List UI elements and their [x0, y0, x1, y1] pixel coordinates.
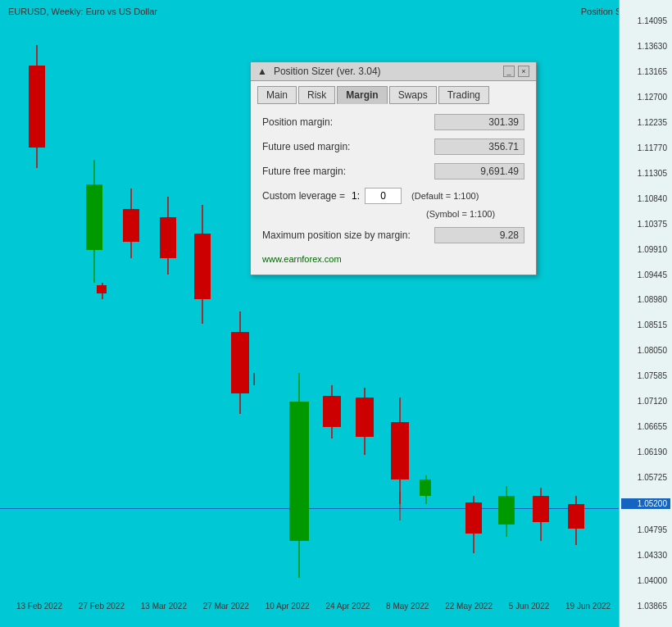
- price-22: 1.04000: [621, 576, 670, 585]
- date-10: 19 Jun 2022: [565, 602, 611, 611]
- tab-trading[interactable]: Trading: [438, 86, 489, 104]
- svg-rect-13: [231, 332, 249, 393]
- svg-rect-3: [86, 184, 102, 250]
- svg-rect-28: [498, 496, 515, 525]
- earnforex-link[interactable]: www.earnforex.com: [262, 253, 524, 265]
- position-margin-row: Position margin: 301.39: [262, 114, 524, 130]
- svg-rect-26: [465, 502, 482, 534]
- price-23: 1.03865: [621, 602, 670, 611]
- svg-rect-30: [533, 496, 549, 522]
- svg-rect-20: [356, 398, 374, 437]
- price-6: 1.11770: [621, 143, 670, 152]
- future-free-margin-row: Future free margin: 9,691.49: [262, 163, 524, 179]
- price-18: 1.06190: [621, 448, 670, 457]
- dialog-title-label: Position Sizer (ver. 3.04): [274, 66, 381, 77]
- svg-rect-24: [420, 479, 431, 496]
- price-16: 1.07120: [621, 397, 670, 406]
- price-21: 1.04330: [621, 551, 670, 560]
- date-1: 13 Feb 2022: [16, 602, 62, 611]
- close-button[interactable]: ×: [518, 66, 529, 77]
- price-12: 1.08980: [621, 295, 670, 304]
- position-margin-value: 301.39: [434, 114, 524, 130]
- future-free-margin-label: Future free margin:: [262, 166, 434, 177]
- dialog-title-text: ▲ Position Sizer (ver. 3.04): [257, 66, 381, 77]
- date-2: 27 Feb 2022: [79, 602, 125, 611]
- position-sizer-dialog: ▲ Position Sizer (ver. 3.04) _ × Main Ri…: [250, 61, 537, 275]
- price-9: 1.10375: [621, 220, 670, 229]
- dialog-titlebar: ▲ Position Sizer (ver. 3.04) _ ×: [251, 62, 536, 81]
- triangle-icon: ▲: [257, 66, 267, 77]
- price-14: 1.08050: [621, 346, 670, 355]
- price-1: 1.14095: [621, 16, 670, 25]
- link-text: www.earnforex.com: [262, 254, 342, 264]
- price-axis: 1.14095 1.13630 1.13165 1.12700 1.12235 …: [619, 0, 672, 627]
- dialog-content: Position margin: 301.39 Future used marg…: [251, 104, 536, 275]
- price-8: 1.10840: [621, 194, 670, 203]
- minimize-button[interactable]: _: [503, 66, 515, 77]
- max-position-value: 9.28: [434, 227, 524, 243]
- date-4: 27 Mar 2022: [203, 602, 249, 611]
- future-used-margin-row: Future used margin: 356.71: [262, 139, 524, 155]
- date-axis: 13 Feb 2022 27 Feb 2022 13 Mar 2022 27 M…: [8, 602, 619, 611]
- price-2: 1.13630: [621, 42, 670, 51]
- custom-leverage-colon: 1:: [352, 190, 360, 202]
- price-7: 1.11305: [621, 169, 670, 178]
- date-3: 13 Mar 2022: [141, 602, 187, 611]
- svg-rect-9: [97, 285, 107, 293]
- default-leverage-note: (Default = 1:100): [411, 191, 479, 201]
- svg-rect-7: [160, 217, 176, 258]
- svg-rect-22: [391, 422, 409, 479]
- future-free-margin-value: 9,691.49: [434, 163, 524, 179]
- dialog-controls: _ ×: [503, 66, 529, 77]
- svg-rect-1: [29, 66, 45, 148]
- tab-swaps[interactable]: Swaps: [389, 86, 437, 104]
- chart-title: EURUSD, Weekly: Euro vs US Dollar: [8, 7, 157, 16]
- custom-leverage-input[interactable]: [365, 188, 402, 204]
- max-position-row: Maximum position size by margin: 9.28: [262, 227, 524, 243]
- price-17: 1.06655: [621, 422, 670, 431]
- svg-rect-32: [568, 504, 584, 529]
- tab-main[interactable]: Main: [257, 86, 297, 104]
- price-3: 1.13165: [621, 67, 670, 76]
- price-11: 1.09445: [621, 270, 670, 279]
- date-6: 24 Apr 2022: [325, 602, 370, 611]
- price-10: 1.09910: [621, 245, 670, 254]
- custom-leverage-label: Custom leverage =: [262, 190, 345, 202]
- tab-bar: Main Risk Margin Swaps Trading: [251, 81, 536, 104]
- svg-rect-11: [194, 234, 211, 299]
- tab-risk[interactable]: Risk: [298, 86, 335, 104]
- price-15: 1.07585: [621, 371, 670, 380]
- price-4: 1.12700: [621, 93, 670, 102]
- date-8: 22 May 2022: [445, 602, 493, 611]
- future-used-margin-label: Future used margin:: [262, 141, 434, 152]
- svg-rect-5: [123, 209, 139, 242]
- price-19: 1.05725: [621, 473, 670, 482]
- price-20: 1.04795: [621, 525, 670, 534]
- position-margin-label: Position margin:: [262, 116, 434, 128]
- max-position-label: Maximum position size by margin:: [262, 229, 434, 241]
- tab-margin[interactable]: Margin: [337, 86, 387, 104]
- price-highlight: 1.05200: [621, 498, 670, 509]
- date-5: 10 Apr 2022: [266, 602, 310, 611]
- price-13: 1.08515: [621, 320, 670, 329]
- date-7: 8 May 2022: [386, 602, 429, 611]
- symbol-leverage-note: (Symbol = 1:100): [262, 209, 524, 219]
- future-used-margin-value: 356.71: [434, 139, 524, 155]
- custom-leverage-row: Custom leverage = 1: (Default = 1:100): [262, 188, 524, 204]
- svg-rect-18: [323, 396, 341, 427]
- price-5: 1.12235: [621, 118, 670, 127]
- date-9: 5 Jun 2022: [509, 602, 550, 611]
